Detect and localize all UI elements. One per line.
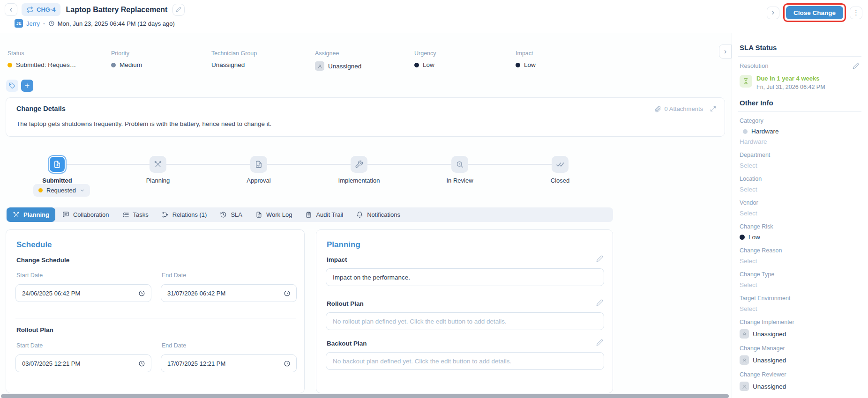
subcategory-value[interactable]: Hardware xyxy=(740,138,861,145)
impact-text-box[interactable]: Impact on the performance. xyxy=(326,268,604,286)
status-field: Status Submitted: Reques… xyxy=(7,50,76,68)
priority-value[interactable]: Medium xyxy=(111,61,142,68)
rollout-end-input[interactable]: 17/07/2025 12:21 PM xyxy=(161,354,297,372)
stage-submitted[interactable]: Submitted xyxy=(22,156,92,184)
backout-plan-text-box[interactable]: No backout plan defined yet. Click the e… xyxy=(326,352,604,370)
main-panel: Status Submitted: Reques… Priority Mediu… xyxy=(0,33,732,398)
clock-icon[interactable] xyxy=(284,360,291,367)
category-field: Category Hardware Hardware xyxy=(740,118,861,145)
pencil-icon xyxy=(596,299,603,306)
chevron-down-icon xyxy=(80,188,85,193)
tools-icon xyxy=(13,211,20,218)
change-type-select[interactable]: Select xyxy=(740,281,861,288)
person-icon xyxy=(740,329,749,339)
tab-work-log[interactable]: Work Log xyxy=(249,208,298,221)
approval-doc-icon xyxy=(250,156,267,173)
change-reason-select[interactable]: Select xyxy=(740,258,861,265)
person-icon xyxy=(315,61,324,71)
change-manager-field: Change Manager Unassigned xyxy=(740,345,861,365)
change-schedule-start-input[interactable]: 24/06/2025 06:42 PM xyxy=(15,284,151,302)
due-date: Fri, Jul 31, 2026 06:42 PM xyxy=(756,84,825,90)
edit-title-button[interactable] xyxy=(172,4,185,16)
close-change-button[interactable]: Close Change xyxy=(786,6,843,19)
clock-icon[interactable] xyxy=(138,360,145,367)
tab-notifications[interactable]: Notifications xyxy=(350,208,406,221)
urgency-dot xyxy=(414,63,419,67)
checklist-icon xyxy=(122,211,129,218)
resolution-due: Due In 1 year 4 weeks Fri, Jul 31, 2026 … xyxy=(740,75,861,90)
clock-icon[interactable] xyxy=(284,290,291,297)
tab-collaboration[interactable]: Collaboration xyxy=(56,208,115,221)
more-options-button[interactable]: ⋮ xyxy=(850,7,862,19)
clock-icon[interactable] xyxy=(138,290,145,297)
pencil-icon xyxy=(853,62,860,69)
tab-bar: Planning Collaboration Tasks Relations (… xyxy=(6,207,613,222)
edit-resolution-button[interactable] xyxy=(853,62,860,69)
edit-backout-plan-button[interactable] xyxy=(596,339,603,346)
created-timestamp: Mon, Jun 23, 2025 06:44 PM (12 days ago) xyxy=(48,20,175,27)
vendor-select[interactable]: Select xyxy=(740,210,861,217)
department-select[interactable]: Select xyxy=(740,162,861,169)
change-reviewer-field: Change Reviewer Unassigned xyxy=(740,371,861,391)
change-schedule-end-input[interactable]: 31/07/2026 06:42 PM xyxy=(161,284,297,302)
impact-value[interactable]: Low xyxy=(516,61,536,68)
tab-audit-trail[interactable]: Audit Trail xyxy=(299,208,349,221)
attachments-button[interactable]: 0 Attachments xyxy=(655,105,703,112)
forward-button[interactable] xyxy=(767,7,779,19)
stage-implementation[interactable]: Implementation xyxy=(324,156,394,184)
rollout-plan-text-box[interactable]: No rollout plan defined yet. Click the e… xyxy=(326,312,604,330)
change-reviewer-value[interactable]: Unassigned xyxy=(740,382,861,391)
horizontal-scrollbar[interactable] xyxy=(1,394,729,398)
priority-field: Priority Medium xyxy=(111,50,142,68)
target-environment-select[interactable]: Select xyxy=(740,305,861,312)
back-button[interactable] xyxy=(5,3,17,16)
stage-planning[interactable]: Planning xyxy=(123,156,193,184)
stage-approval[interactable]: Approval xyxy=(224,156,294,184)
change-risk-value[interactable]: Low xyxy=(740,234,861,241)
collapse-sidebar-button[interactable]: › xyxy=(719,44,732,59)
change-implementer-value[interactable]: Unassigned xyxy=(740,329,861,339)
change-reason-field: Change Reason Select xyxy=(740,247,861,265)
change-details-card: Change Details 0 Attachments The laptop … xyxy=(6,97,725,137)
edit-rollout-plan-button[interactable] xyxy=(596,299,603,306)
chevron-left-icon xyxy=(8,7,14,13)
technician-group-value[interactable]: Unassigned xyxy=(211,61,257,68)
kebab-icon: ⋮ xyxy=(853,8,860,17)
hourglass-icon xyxy=(740,75,752,88)
assignee-value[interactable]: Unassigned xyxy=(315,61,361,71)
category-value[interactable]: Hardware xyxy=(743,128,861,135)
urgency-value[interactable]: Low xyxy=(414,61,436,68)
change-risk-field: Change Risk Low xyxy=(740,223,861,241)
tab-tasks[interactable]: Tasks xyxy=(116,208,155,221)
pencil-icon xyxy=(596,255,603,262)
tools-icon xyxy=(150,156,166,173)
impact-field: Impact Low xyxy=(516,50,536,68)
change-repeat-icon xyxy=(27,7,33,13)
bell-icon xyxy=(356,211,363,218)
tab-relations[interactable]: Relations (1) xyxy=(156,208,213,221)
tags-button[interactable] xyxy=(6,80,18,92)
tab-planning[interactable]: Planning xyxy=(7,207,55,222)
ticket-id-badge[interactable]: CHG-4 xyxy=(22,3,60,16)
requester-link[interactable]: Jerry xyxy=(26,20,40,27)
tab-sla[interactable]: SLA xyxy=(214,208,248,221)
location-select[interactable]: Select xyxy=(740,186,861,193)
resolution-label: Resolution xyxy=(740,62,768,69)
requester-avatar: JE xyxy=(15,19,23,28)
expand-button[interactable] xyxy=(710,106,716,112)
change-manager-value[interactable]: Unassigned xyxy=(740,355,861,365)
edit-impact-button[interactable] xyxy=(596,255,603,262)
stage-status-dropdown[interactable]: Requested xyxy=(33,184,90,197)
paperclip-icon xyxy=(655,106,661,112)
add-tag-button[interactable] xyxy=(21,80,33,92)
assignee-field: Assignee Unassigned xyxy=(315,50,361,71)
relations-branch-icon xyxy=(162,211,169,218)
category-dot xyxy=(743,129,748,134)
rollout-start-input[interactable]: 03/07/2025 12:21 PM xyxy=(15,354,151,372)
status-dot xyxy=(7,63,12,67)
impact-dot xyxy=(516,63,520,67)
status-value[interactable]: Submitted: Reques… xyxy=(7,61,76,68)
submitted-file-icon xyxy=(49,156,66,173)
stage-in-review[interactable]: In Review xyxy=(425,156,495,184)
stage-closed[interactable]: Closed xyxy=(525,156,595,184)
